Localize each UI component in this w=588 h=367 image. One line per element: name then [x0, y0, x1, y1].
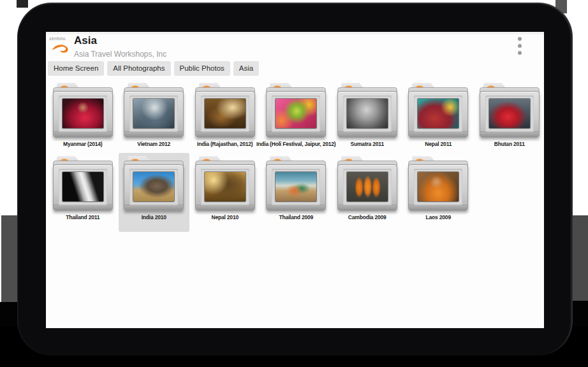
- thumb-well: [414, 96, 462, 131]
- kebab-dot: [518, 44, 522, 48]
- folder-thumbnail: [205, 99, 246, 128]
- folder-body: [266, 91, 326, 138]
- thumb-well: [414, 169, 462, 205]
- folder-thumbnail: [276, 172, 316, 201]
- folder-label: Sumatra 2011: [351, 141, 384, 148]
- app-screen: zenfolio Asia Asia Travel Workshops, Inc: [46, 32, 544, 328]
- folder-body: [195, 91, 255, 138]
- tab-all-photographs[interactable]: All Photographs: [107, 61, 170, 76]
- folder-icon: [266, 83, 326, 138]
- kebab-dot: [518, 37, 522, 41]
- thumb-well: [129, 96, 178, 131]
- folder-item[interactable]: India (Holi Festival, Jaipur, 2012): [261, 80, 332, 159]
- folder-thumbnail: [347, 172, 388, 201]
- folder-item[interactable]: Myanmar (2014): [47, 80, 119, 159]
- folder-icon: [337, 156, 397, 211]
- folder-item[interactable]: Laos 2009: [403, 153, 474, 232]
- folder-label: India (Holi Festival, Jaipur, 2012): [256, 141, 335, 148]
- thumb-well: [485, 96, 534, 131]
- folder-item[interactable]: Nepal 2010: [189, 153, 261, 232]
- folder-thumbnail: [276, 99, 316, 128]
- folder-label: Vietnam 2012: [137, 141, 170, 148]
- thumb-well: [272, 96, 320, 131]
- background-stand-right: [570, 215, 588, 303]
- folder-label: Nepal 2010: [212, 214, 239, 221]
- zenfolio-logo-text: zenfolio: [49, 36, 66, 41]
- folder-icon: [480, 83, 540, 138]
- folder-body: [124, 91, 184, 138]
- folder-item[interactable]: Thailand 2009: [261, 153, 332, 232]
- folder-thumbnail: [133, 172, 174, 201]
- folder-item[interactable]: Vietnam 2012: [119, 80, 190, 159]
- folder-body: [337, 91, 397, 138]
- folder-item-selected[interactable]: India 2010: [119, 153, 190, 232]
- folder-label: India (Rajasthan, 2012): [197, 141, 253, 148]
- folder-label: Cambodia 2009: [348, 214, 386, 221]
- folder-icon: [195, 156, 255, 211]
- folder-thumbnail: [489, 99, 530, 128]
- thumb-well: [343, 96, 392, 131]
- folder-label: Bhutan 2011: [494, 141, 525, 148]
- folder-item[interactable]: Thailand 2011: [47, 153, 119, 232]
- folder-label: Thailand 2011: [66, 214, 99, 221]
- zenfolio-swoosh-icon: [50, 41, 71, 55]
- folder-label: Thailand 2009: [279, 214, 313, 221]
- folder-body: [53, 164, 113, 211]
- folder-row-2: Thailand 2011 India 2010: [47, 153, 474, 232]
- folder-icon: [53, 156, 113, 211]
- folder-item[interactable]: Sumatra 2011: [332, 80, 403, 159]
- folder-item[interactable]: Cambodia 2009: [332, 153, 403, 232]
- background-stand-left: [1, 215, 18, 306]
- folder-icon: [124, 83, 184, 138]
- folder-thumbnail: [205, 172, 246, 201]
- zenfolio-logo-icon: zenfolio: [48, 36, 73, 57]
- folder-icon: [408, 156, 468, 211]
- folder-label: Myanmar (2014): [63, 141, 102, 148]
- folder-icon: [408, 83, 468, 138]
- page: zenfolio Asia Asia Travel Workshops, Inc: [0, 0, 588, 367]
- tab-home-screen[interactable]: Home Screen: [48, 61, 104, 76]
- background-tab-top-left: [17, 0, 28, 8]
- folder-item[interactable]: Bhutan 2011: [474, 80, 544, 159]
- tab-public-photos[interactable]: Public Photos: [174, 61, 230, 76]
- folder-row-1: Myanmar (2014) Vietnam 2012: [47, 80, 544, 159]
- thumb-well: [129, 169, 178, 205]
- page-title: Asia: [74, 34, 166, 47]
- thumb-well: [201, 169, 249, 205]
- folder-body: [337, 164, 397, 211]
- page-subtitle: Asia Travel Workshops, Inc: [74, 50, 166, 59]
- folder-body: [408, 164, 468, 211]
- folder-icon: [124, 156, 184, 211]
- folder-body: [53, 91, 113, 138]
- folder-body: [266, 164, 326, 211]
- folder-label: Nepal 2011: [425, 141, 452, 148]
- folder-body: [195, 164, 255, 211]
- kebab-dot: [518, 51, 522, 55]
- title-block: Asia Asia Travel Workshops, Inc: [74, 34, 166, 59]
- tab-asia[interactable]: Asia: [233, 61, 259, 76]
- folder-thumbnail: [62, 99, 103, 128]
- thumb-well: [272, 169, 320, 205]
- thumb-well: [59, 96, 107, 131]
- overflow-menu-button[interactable]: [518, 37, 523, 58]
- folder-thumbnail: [347, 99, 388, 128]
- folder-icon: [53, 83, 113, 138]
- folder-item[interactable]: Nepal 2011: [403, 80, 474, 159]
- folder-label: Laos 2009: [426, 214, 451, 221]
- thumb-well: [343, 169, 392, 205]
- folder-thumbnail: [62, 172, 103, 201]
- folder-body: [480, 91, 540, 138]
- folder-icon: [266, 156, 326, 211]
- folder-label: India 2010: [142, 214, 166, 221]
- folder-body: [408, 91, 468, 138]
- nav-chip-row: Home Screen All Photographs Public Photo…: [48, 61, 259, 76]
- folder-icon: [337, 83, 397, 138]
- tablet-bezel: zenfolio Asia Asia Travel Workshops, Inc: [17, 3, 573, 356]
- folder-item[interactable]: India (Rajasthan, 2012): [189, 80, 261, 159]
- folder-body: [124, 164, 184, 211]
- thumb-well: [59, 169, 107, 205]
- app-bar: zenfolio Asia Asia Travel Workshops, Inc: [46, 34, 544, 61]
- folder-thumbnail: [418, 172, 459, 201]
- folder-thumbnail: [133, 99, 174, 128]
- folder-thumbnail: [418, 99, 459, 128]
